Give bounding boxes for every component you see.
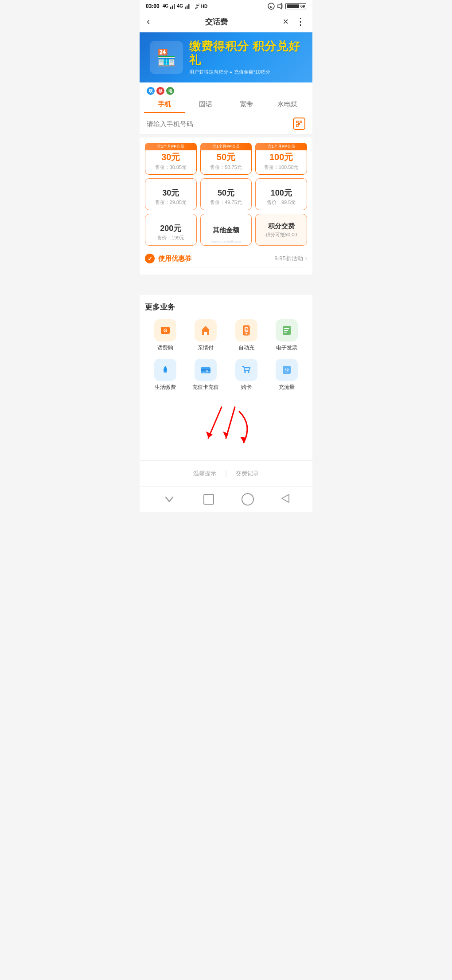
back-button[interactable]: ‹ bbox=[147, 16, 150, 27]
svg-rect-24 bbox=[284, 332, 287, 333]
bottom-nav-bar bbox=[140, 486, 312, 512]
banner-sub-text: 用户获得定向积分 = 充值金额*10积分 bbox=[189, 69, 304, 75]
price-100-vip-sale: 售价：100.50元 bbox=[264, 164, 299, 171]
volume-icon bbox=[277, 3, 284, 10]
carrier-unicom: 移 bbox=[156, 87, 164, 95]
price-card-50-vip[interactable]: 含1个月PP会员 50元 售价：50.75元 bbox=[200, 143, 252, 175]
price-50-amount: 50元 bbox=[218, 188, 234, 198]
price-card-30-vip[interactable]: 含1个月PP会员 30元 售价：30.85元 bbox=[145, 143, 197, 175]
nav-square-button[interactable] bbox=[203, 494, 214, 505]
price-card-other[interactable]: 其他金额 www.zuanke8.com bbox=[200, 214, 252, 246]
points-sub: 积分可抵¥0.00 bbox=[265, 231, 297, 238]
svg-rect-12 bbox=[300, 121, 302, 123]
service-tabs: 手机 固话 宽带 水电煤 bbox=[140, 97, 312, 113]
svg-text:1L: 1L bbox=[285, 371, 288, 373]
service-auto[interactable]: 充 自动充 bbox=[226, 319, 267, 352]
nav-circle-button[interactable] bbox=[242, 493, 254, 506]
svg-marker-35 bbox=[206, 431, 213, 438]
phone-input[interactable] bbox=[147, 120, 293, 128]
price-card-30[interactable]: 30元 售价：29.85元 bbox=[145, 178, 197, 210]
bottom-links: 温馨提示 | 交费记录 bbox=[140, 460, 312, 486]
svg-rect-0 bbox=[170, 7, 171, 9]
auto-icon: 充 bbox=[235, 319, 257, 341]
svg-marker-39 bbox=[282, 494, 289, 502]
svg-rect-13 bbox=[296, 125, 298, 126]
svg-text:充: 充 bbox=[244, 328, 248, 331]
reminder-link[interactable]: 温馨提示 bbox=[193, 470, 216, 478]
price-50-sale: 售价：49.75元 bbox=[210, 199, 242, 206]
family-icon bbox=[195, 319, 217, 341]
svg-rect-2 bbox=[174, 4, 175, 9]
history-link[interactable]: 交费记录 bbox=[236, 470, 259, 478]
price-50-vip-sale: 售价：50.75元 bbox=[210, 164, 242, 171]
watermark-text: www.zuanke8.com bbox=[211, 239, 241, 243]
tab-mobile[interactable]: 手机 bbox=[144, 97, 185, 113]
scan-icon[interactable] bbox=[293, 118, 305, 130]
carrier-icons: 联 移 电 bbox=[147, 87, 312, 95]
auto-label: 自动充 bbox=[238, 344, 254, 352]
other-amount-label: 其他金额 bbox=[213, 226, 239, 235]
signal-icon2 bbox=[184, 3, 191, 9]
coupon-row[interactable]: ✓ 使用优惠券 9.95折活动 › bbox=[145, 250, 307, 267]
more-services-title: 更多业务 bbox=[145, 302, 307, 312]
invoice-icon bbox=[276, 319, 298, 341]
wifi-icon bbox=[192, 3, 200, 9]
tabs-section: 联 移 电 手机 固话 宽带 水电煤 bbox=[140, 82, 312, 113]
price-50-vip-amount: 50元 bbox=[217, 151, 235, 163]
more-button[interactable]: ⋮ bbox=[296, 16, 305, 27]
annotation-arrows-svg bbox=[182, 403, 270, 447]
price-card-100-vip[interactable]: 含1个月PP会员 100元 售价：100.50元 bbox=[255, 143, 307, 175]
close-button[interactable]: × bbox=[283, 16, 288, 27]
price-100-amount: 100元 bbox=[271, 188, 292, 198]
price-30-amount: 30元 bbox=[162, 188, 179, 198]
service-life[interactable]: 生活缴费 bbox=[145, 359, 186, 391]
svg-marker-9 bbox=[278, 4, 281, 9]
svg-text:G: G bbox=[163, 328, 167, 333]
service-invoice[interactable]: 电子发票 bbox=[267, 319, 308, 352]
price-card-200[interactable]: 200元 售价：199元 bbox=[145, 214, 197, 246]
spacer-2 bbox=[140, 282, 312, 295]
signal-icon bbox=[170, 3, 176, 9]
banner-main-text: 缴费得积分 积分兑好礼 bbox=[189, 39, 304, 67]
service-family[interactable]: 亲情付 bbox=[186, 319, 226, 352]
svg-point-6 bbox=[195, 8, 196, 9]
service-data[interactable]: 4G 1L 充流量 bbox=[267, 359, 308, 391]
nav-bar: ‹ 交话费 × ⋮ bbox=[140, 12, 312, 32]
service-huafei[interactable]: G 话费购 bbox=[145, 319, 186, 352]
price-cards-grid: 含1个月PP会员 30元 售价：30.85元 含1个月PP会员 50元 售价：5… bbox=[145, 143, 307, 246]
card-icon: 二手 bbox=[195, 359, 217, 381]
svg-point-29 bbox=[244, 371, 246, 373]
life-icon bbox=[154, 359, 176, 381]
carrier-telecom: 电 bbox=[166, 87, 174, 95]
price-card-100[interactable]: 100元 售价：99.5元 bbox=[255, 178, 307, 210]
nav-title: 交话费 bbox=[205, 17, 228, 27]
svg-point-19 bbox=[245, 333, 247, 334]
data-label: 充流量 bbox=[279, 384, 295, 391]
service-buy-card[interactable]: 购卡 bbox=[226, 359, 267, 391]
svg-text:二手: 二手 bbox=[203, 370, 209, 373]
tab-landline[interactable]: 固话 bbox=[185, 97, 226, 113]
tab-broadband[interactable]: 宽带 bbox=[226, 97, 267, 113]
price-30-sale: 售价：29.85元 bbox=[155, 199, 187, 206]
links-divider: | bbox=[225, 470, 227, 478]
nav-back-triangle[interactable] bbox=[281, 494, 290, 505]
price-card-50[interactable]: 50元 售价：49.75元 bbox=[200, 178, 252, 210]
hd-label: HD bbox=[201, 4, 207, 9]
svg-rect-3 bbox=[185, 7, 186, 9]
service-card-recharge[interactable]: 二手 充值卡充值 bbox=[186, 359, 226, 391]
svg-rect-22 bbox=[284, 328, 289, 329]
price-30-vip-amount: 30元 bbox=[161, 151, 180, 163]
price-30-vip-sale: 售价：30.85元 bbox=[155, 164, 187, 171]
status-bar: 03:00 4G 4G HD N bbox=[140, 0, 312, 12]
promo-banner[interactable]: 🏪 缴费得积分 积分兑好礼 用户获得定向积分 = 充值金额*10积分 bbox=[140, 32, 312, 82]
price-200-amount: 200元 bbox=[160, 223, 181, 234]
nav-chevron-down[interactable] bbox=[162, 492, 176, 506]
price-card-points[interactable]: 积分交费 积分可抵¥0.00 bbox=[255, 214, 307, 246]
phone-input-section bbox=[140, 113, 312, 135]
huafei-label: 话费购 bbox=[157, 344, 173, 352]
scan-svg bbox=[296, 120, 303, 127]
banner-illustration: 🏪 bbox=[150, 41, 183, 74]
chevron-right-icon: › bbox=[305, 255, 307, 263]
tab-utilities[interactable]: 水电煤 bbox=[267, 97, 308, 113]
member-badge-100: 含1个月PP会员 bbox=[255, 143, 307, 150]
